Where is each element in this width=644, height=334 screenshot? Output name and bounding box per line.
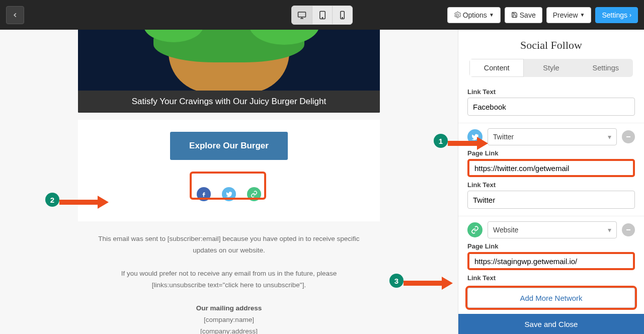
tablet-icon xyxy=(319,11,326,20)
add-more-network-button[interactable]: Add More Network xyxy=(467,288,635,308)
options-button[interactable]: Options ▼ xyxy=(447,7,501,23)
workspace: Satisfy Your Cravings with Our Juicy Bur… xyxy=(0,30,644,334)
footer-address: [company:address] xyxy=(98,326,360,335)
back-button[interactable] xyxy=(6,6,24,24)
desktop-icon xyxy=(297,11,306,19)
save-label: Save xyxy=(520,11,536,19)
chevron-down-icon: ▾ xyxy=(608,226,611,234)
footer-company: [company:name] xyxy=(98,314,360,326)
save-and-close-button[interactable]: Save and Close xyxy=(458,314,644,334)
preview-label: Preview xyxy=(553,11,578,19)
device-preview-group xyxy=(291,6,353,25)
page-link-input[interactable] xyxy=(467,159,635,177)
minus-icon xyxy=(625,227,631,233)
svg-rect-6 xyxy=(626,229,630,230)
email-template: Satisfy Your Cravings with Our Juicy Bur… xyxy=(78,30,380,334)
link-text-input[interactable] xyxy=(467,98,635,116)
gear-icon xyxy=(454,12,461,19)
network-group-website: Website▾ Page Link Link Text xyxy=(458,216,644,282)
page-link-label: Page Link xyxy=(467,242,635,250)
svg-point-4 xyxy=(342,17,343,18)
svg-point-2 xyxy=(322,17,323,18)
settings-button[interactable]: Settings › xyxy=(595,7,638,23)
device-mobile-button[interactable] xyxy=(332,6,352,24)
sidebar: Social Follow Content Style Settings Lin… xyxy=(458,30,644,334)
save-button[interactable]: Save xyxy=(505,7,542,23)
footer-line1: This email was sent to [subscriber:email… xyxy=(98,233,360,257)
page-link-label: Page Link xyxy=(467,149,635,157)
content-card: Explore Our Burger xyxy=(78,120,380,221)
options-label: Options xyxy=(463,11,487,19)
topbar: Options ▼ Save Preview ▼ Settings › xyxy=(0,0,644,30)
mobile-icon xyxy=(340,11,345,20)
minus-icon xyxy=(625,134,631,140)
email-footer: This email was sent to [subscriber:email… xyxy=(78,221,380,334)
network-group-twitter: Twitter▾ Page Link Link Text xyxy=(458,123,644,216)
cta-button[interactable]: Explore Our Burger xyxy=(170,132,288,160)
link-text-input[interactable] xyxy=(467,191,635,209)
footer-mail-heading: Our mailing address xyxy=(196,304,262,312)
tab-settings[interactable]: Settings xyxy=(579,59,633,77)
panel-tabs: Content Style Settings xyxy=(469,59,633,77)
caret-down-icon: ▼ xyxy=(580,12,585,18)
arrow-left-icon xyxy=(12,12,19,19)
remove-network-button[interactable] xyxy=(622,223,635,236)
remove-network-button[interactable] xyxy=(622,130,635,143)
chevron-right-icon: › xyxy=(629,12,631,19)
caret-down-icon: ▼ xyxy=(489,12,494,18)
link-text-label: Link Text xyxy=(467,274,635,282)
callout-number: 2 xyxy=(45,193,59,207)
tab-style[interactable]: Style xyxy=(524,59,578,77)
device-tablet-button[interactable] xyxy=(312,6,332,24)
sidebar-scroll[interactable]: Link Text Twitter▾ Page Link Link Text xyxy=(458,84,644,282)
hero-image-block[interactable]: Satisfy Your Cravings with Our Juicy Bur… xyxy=(78,30,380,113)
topbar-right-buttons: Options ▼ Save Preview ▼ Settings › xyxy=(447,7,638,23)
tab-content[interactable]: Content xyxy=(469,59,524,77)
panel-title: Social Follow xyxy=(458,30,644,59)
twitter-icon xyxy=(467,129,482,144)
chevron-down-icon: ▾ xyxy=(608,133,611,141)
link-text-label: Link Text xyxy=(467,88,635,96)
svg-rect-5 xyxy=(626,136,630,137)
highlight-box-2 xyxy=(190,172,266,200)
burger-illustration xyxy=(169,52,289,93)
link-text-label: Link Text xyxy=(467,181,635,189)
network-select[interactable]: Twitter▾ xyxy=(488,128,617,145)
settings-label: Settings xyxy=(602,11,627,19)
network-select[interactable]: Website▾ xyxy=(488,221,617,238)
hero-caption: Satisfy Your Cravings with Our Juicy Bur… xyxy=(78,91,380,113)
svg-rect-0 xyxy=(298,12,306,17)
preview-button[interactable]: Preview ▼ xyxy=(546,7,592,23)
website-link-icon xyxy=(467,222,482,237)
network-group-facebook: Link Text xyxy=(458,88,644,123)
save-icon xyxy=(511,12,518,18)
device-desktop-button[interactable] xyxy=(292,6,312,24)
email-canvas[interactable]: Satisfy Your Cravings with Our Juicy Bur… xyxy=(0,30,458,334)
footer-line2: If you would prefer not to receive any e… xyxy=(98,268,360,291)
page-link-input[interactable] xyxy=(467,252,635,270)
